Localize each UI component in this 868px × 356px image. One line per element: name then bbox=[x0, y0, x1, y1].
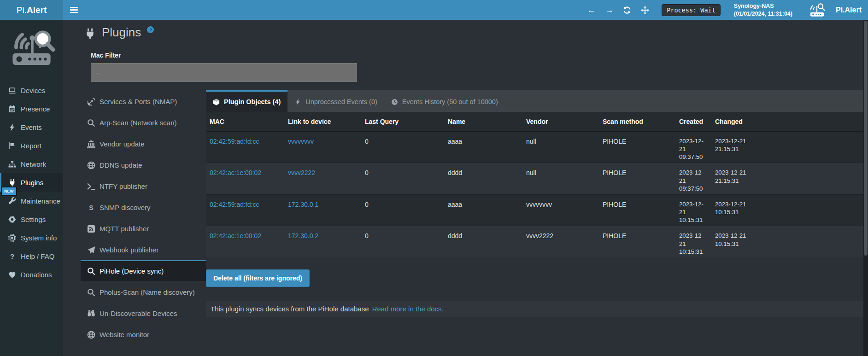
clock-icon bbox=[391, 99, 398, 105]
back-arrow-icon[interactable]: ← bbox=[587, 6, 595, 14]
plugin-nav-label: SNMP discovery bbox=[100, 204, 151, 211]
sidebar-item-help-faq[interactable]: ?Help / FAQ bbox=[0, 247, 63, 265]
magnifier-icon bbox=[87, 119, 95, 127]
sidebar-item-system-info[interactable]: System info bbox=[0, 228, 63, 247]
link-to-device-link[interactable]: 172.30.0.2 bbox=[288, 232, 318, 239]
mac-filter-input[interactable] bbox=[91, 63, 357, 82]
mac-link[interactable]: 02:42:ac:1e:00:02 bbox=[210, 232, 261, 239]
plugin-nav-label: NTFY publisher bbox=[100, 182, 147, 190]
cell-name: aaaa bbox=[444, 194, 522, 226]
sidebar-item-label: Plugins bbox=[21, 179, 43, 187]
tab-label: Plugin Objects (4) bbox=[224, 98, 281, 105]
sidebar-item-maintenance[interactable]: MaintenanceNEW bbox=[0, 192, 63, 210]
column-header-link-to-device[interactable]: Link to device bbox=[284, 112, 361, 132]
satellite-dish-icon bbox=[87, 98, 95, 106]
host-timestamp: (01/01/2024, 11:31:04) bbox=[734, 10, 792, 18]
sidebar-item-label: Presence bbox=[21, 105, 50, 113]
sidebar-item-label: Network bbox=[21, 160, 46, 168]
table-row: 02:42:59:ad:fd:cc172.30.0.10aaaavvvvvvvv… bbox=[206, 194, 863, 226]
magnifier-icon bbox=[87, 267, 95, 275]
plugin-nav-label: PiHole (Device sync) bbox=[100, 267, 164, 275]
tab-plugin-objects-4[interactable]: Plugin Objects (4) bbox=[206, 90, 287, 112]
docs-link[interactable]: Read more in the docs. bbox=[372, 305, 444, 313]
plugin-nav-item-vendor-update[interactable]: Vendor update bbox=[81, 133, 206, 154]
sidebar-item-settings[interactable]: Settings bbox=[0, 210, 63, 228]
tab-unprocessed-events-0[interactable]: Unprocessed Events (0) bbox=[287, 90, 384, 112]
cell-changed: 2023-12-2121:15:31 bbox=[711, 132, 752, 163]
plugin-nav-item-mqtt-publisher[interactable]: MQTT publisher bbox=[81, 217, 206, 239]
brand-link[interactable]: Pi.Alert bbox=[836, 6, 862, 14]
plugin-nav-item-arp-scan-network-scan[interactable]: Arp-Scan (Network scan) bbox=[81, 111, 206, 133]
sidebar-item-network[interactable]: Network bbox=[0, 155, 63, 173]
gear-icon bbox=[8, 216, 16, 223]
s-icon: S bbox=[87, 204, 95, 212]
plugin-nav-label: MQTT publisher bbox=[100, 225, 149, 233]
mac-filter-label: Mac Filter bbox=[91, 52, 863, 59]
scrollbar-thumb[interactable] bbox=[864, 21, 868, 256]
sidebar-item-label: System info bbox=[21, 234, 57, 242]
app-logo[interactable]: Pi.Alert bbox=[0, 0, 63, 20]
cell-mac: 02:42:59:ad:fd:cc bbox=[206, 132, 284, 163]
plugin-nav-label: DDNS update bbox=[100, 161, 142, 169]
plugin-nav-item-snmp-discovery[interactable]: SSNMP discovery bbox=[81, 196, 206, 217]
cell-vendor: null bbox=[522, 163, 599, 194]
plugin-nav-item-webhook-publisher[interactable]: Webhook publisher bbox=[81, 239, 206, 260]
cell-filler bbox=[752, 226, 863, 257]
column-header-created[interactable]: Created bbox=[675, 112, 711, 132]
link-to-device-link[interactable]: 172.30.0.1 bbox=[288, 201, 318, 208]
sidebar-menu: DevicesPresenceEventsReportNetworkPlugin… bbox=[0, 81, 63, 284]
column-header-changed[interactable]: Changed bbox=[711, 112, 752, 132]
mac-link[interactable]: 02:42:ac:1e:00:02 bbox=[210, 169, 261, 176]
cell-scan-method: PIHOLE bbox=[599, 132, 675, 163]
bolt-icon bbox=[8, 123, 16, 131]
cell-link-to-device: vvvv2222 bbox=[284, 163, 361, 194]
mac-filter-group: Mac Filter bbox=[91, 52, 863, 82]
tab-events-history-50-out-of-10000[interactable]: Events History (50 out of 10000) bbox=[384, 90, 505, 112]
mac-link[interactable]: 02:42:59:ad:fd:cc bbox=[210, 138, 259, 145]
column-header-scan-method[interactable]: Scan method bbox=[599, 112, 675, 132]
column-header-vendor[interactable]: Vendor bbox=[522, 112, 599, 132]
magnifier-icon bbox=[87, 288, 95, 297]
sidebar-item-report[interactable]: Report bbox=[0, 136, 63, 155]
plugin-nav-label: Services & Ports (NMAP) bbox=[100, 98, 177, 105]
column-header-last-query[interactable]: Last Query bbox=[361, 112, 444, 132]
plugin-nav-item-ntfy-publisher[interactable]: NTFY publisher bbox=[81, 175, 206, 196]
cell-vendor: vvvv2222 bbox=[522, 226, 599, 257]
help-badge[interactable]: ? bbox=[147, 26, 154, 33]
page-title: Plugins bbox=[102, 26, 141, 39]
cell-link-to-device: 172.30.0.2 bbox=[284, 226, 361, 257]
sidebar-item-label: Events bbox=[21, 123, 42, 131]
plugin-nav-item-pholus-scan-name-discovery[interactable]: Pholus-Scan (Name discovery) bbox=[81, 281, 206, 302]
sidebar-item-devices[interactable]: Devices bbox=[0, 81, 63, 99]
cell-last-query: 0 bbox=[361, 226, 444, 257]
bolt-icon bbox=[294, 99, 301, 105]
sidebar-item-label: Devices bbox=[21, 87, 45, 94]
plugin-nav-item-pihole-device-sync[interactable]: PiHole (Device sync) bbox=[81, 260, 206, 281]
plugin-nav-item-ddns-update[interactable]: DDNS update bbox=[81, 154, 206, 175]
plug-icon bbox=[84, 27, 96, 41]
forward-arrow-icon[interactable]: → bbox=[605, 6, 613, 14]
sidebar-item-donations[interactable]: Donations bbox=[0, 265, 63, 284]
new-badge: NEW bbox=[1, 187, 17, 196]
sidebar-item-events[interactable]: Events bbox=[0, 118, 63, 136]
plugin-nav-label: Pholus-Scan (Name discovery) bbox=[100, 288, 195, 296]
cell-last-query: 0 bbox=[361, 163, 444, 194]
plugin-nav-label: Arp-Scan (Network scan) bbox=[100, 119, 177, 127]
column-header-name[interactable]: Name bbox=[444, 112, 522, 132]
sitemap-icon bbox=[8, 160, 16, 168]
link-to-device-link[interactable]: vvvvvvvv bbox=[288, 138, 314, 145]
refresh-icon[interactable] bbox=[623, 6, 631, 14]
mac-link[interactable]: 02:42:59:ad:fd:cc bbox=[210, 201, 259, 208]
cell-name: dddd bbox=[444, 163, 522, 194]
sidebar-item-presence[interactable]: Presence bbox=[0, 99, 63, 118]
process-status-badge[interactable]: Process: Wait bbox=[662, 4, 721, 16]
cell-link-to-device: vvvvvvvv bbox=[284, 132, 361, 163]
column-header-mac[interactable]: MAC bbox=[206, 112, 284, 132]
hamburger-menu-button[interactable] bbox=[63, 0, 84, 20]
plugin-nav-item-un-discoverable-devices[interactable]: Un-Discoverable Devices bbox=[81, 302, 206, 323]
link-to-device-link[interactable]: vvvv2222 bbox=[288, 169, 315, 176]
move-icon[interactable] bbox=[641, 6, 649, 14]
plugin-nav-item-services-ports-nmap[interactable]: Services & Ports (NMAP) bbox=[81, 90, 206, 111]
plugin-nav-item-website-monitor[interactable]: Website monitor bbox=[81, 323, 206, 344]
delete-all-button[interactable]: Delete all (filters are ignored) bbox=[206, 269, 310, 287]
